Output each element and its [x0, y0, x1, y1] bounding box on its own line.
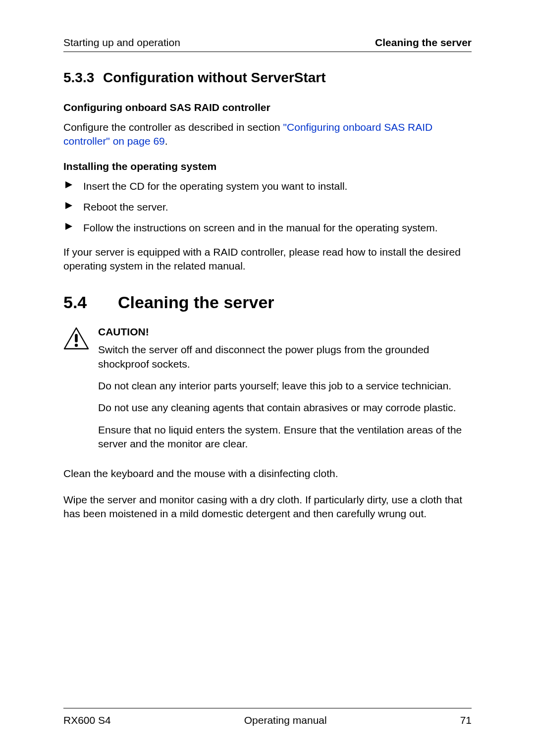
caution-paragraph: Ensure that no liquid enters the system.… — [98, 423, 472, 451]
caution-paragraph: Switch the server off and disconnect the… — [98, 343, 472, 371]
heading-5-4: 5.4Cleaning the server — [63, 293, 472, 312]
paragraph-raid-note: If your server is equipped with a RAID c… — [63, 245, 472, 273]
caution-icon — [63, 326, 89, 459]
text-sas-intro: Configure the controller as described in… — [63, 121, 283, 133]
subheading-sas: Configuring onboard SAS RAID controller — [63, 102, 472, 113]
caution-block: CAUTION! Switch the server off and disco… — [63, 326, 472, 459]
step-marker-icon — [65, 202, 72, 209]
svg-rect-4 — [75, 334, 78, 342]
step-text: Insert the CD for the operating system y… — [83, 180, 347, 192]
caution-title: CAUTION! — [98, 326, 472, 338]
paragraph-sas-intro: Configure the controller as described in… — [63, 120, 472, 149]
footer-row: RX600 S4 Operating manual 71 — [63, 714, 472, 726]
heading-text: Cleaning the server — [118, 293, 274, 312]
paragraph-clean-casing: Wipe the server and monitor casing with … — [63, 493, 472, 521]
caution-body: CAUTION! Switch the server off and disco… — [98, 326, 472, 459]
list-item: Reboot the server. — [63, 200, 472, 214]
footer: RX600 S4 Operating manual 71 — [63, 708, 472, 726]
step-marker-icon — [65, 223, 72, 230]
footer-right: 71 — [460, 714, 472, 726]
caution-paragraph: Do not clean any interior parts yourself… — [98, 379, 472, 393]
page: Starting up and operation Cleaning the s… — [0, 0, 535, 756]
heading-text: Configuration without ServerStart — [103, 70, 326, 85]
heading-5-3-3: 5.3.3Configuration without ServerStart — [63, 70, 472, 86]
list-item: Follow the instructions on screen and in… — [63, 221, 472, 235]
running-header: Starting up and operation Cleaning the s… — [63, 37, 472, 49]
svg-marker-2 — [65, 223, 72, 230]
svg-marker-0 — [65, 181, 72, 188]
footer-center: Operating manual — [244, 714, 327, 726]
running-header-right: Cleaning the server — [375, 37, 472, 49]
svg-point-5 — [75, 344, 78, 347]
subheading-install-os: Installing the operating system — [63, 161, 472, 172]
caution-paragraph: Do not use any cleaning agents that cont… — [98, 401, 472, 415]
footer-left: RX600 S4 — [63, 714, 111, 726]
step-text: Follow the instructions on screen and in… — [83, 222, 438, 233]
list-item: Insert the CD for the operating system y… — [63, 179, 472, 193]
text-sas-after: . — [165, 135, 168, 147]
paragraph-clean-kb: Clean the keyboard and the mouse with a … — [63, 467, 472, 481]
step-marker-icon — [65, 181, 72, 188]
footer-rule — [63, 708, 472, 708]
heading-number: 5.4 — [63, 293, 118, 312]
header-rule — [63, 52, 472, 52]
heading-number: 5.3.3 — [63, 70, 103, 86]
svg-marker-1 — [65, 202, 72, 209]
step-text: Reboot the server. — [83, 201, 168, 213]
running-header-left: Starting up and operation — [63, 37, 180, 49]
install-steps-list: Insert the CD for the operating system y… — [63, 179, 472, 235]
